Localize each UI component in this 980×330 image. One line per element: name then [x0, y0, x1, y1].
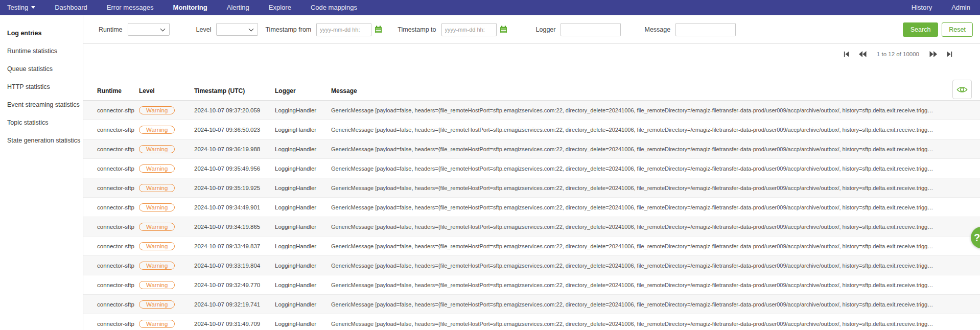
table-row[interactable]: connector-sftp Warning 2024-10-07 09:35:…: [83, 178, 980, 198]
sidebar: Log entries Runtime statistics Queue sta…: [0, 15, 83, 330]
level-badge: Warning: [139, 242, 175, 250]
calendar-icon[interactable]: [375, 26, 382, 33]
table-row[interactable]: connector-sftp Warning 2024-10-07 09:37:…: [83, 101, 980, 120]
runtime-cell: connector-sftp: [97, 321, 139, 327]
table-row[interactable]: connector-sftp Warning 2024-10-07 09:33:…: [83, 237, 980, 256]
timestamp-from-input[interactable]: [316, 23, 371, 36]
level-badge: Warning: [139, 203, 175, 211]
message-cell: GenericMessage [payload=false, headers={…: [331, 243, 980, 249]
level-badge: Warning: [139, 184, 175, 192]
runtime-cell: connector-sftp: [97, 166, 139, 172]
message-cell: GenericMessage [payload=false, headers={…: [331, 301, 980, 308]
message-input[interactable]: [675, 23, 736, 36]
timestamp-to-input[interactable]: [441, 23, 497, 36]
logger-cell: LoggingHandler: [275, 301, 331, 308]
column-header-level: Level: [139, 87, 194, 95]
fast-forward-button[interactable]: [928, 50, 938, 58]
table-row[interactable]: connector-sftp Warning 2024-10-07 09:36:…: [83, 120, 980, 139]
last-page-button[interactable]: [945, 50, 953, 58]
timestamp-cell: 2024-10-07 09:36:50.023: [194, 127, 275, 133]
chevron-down-icon: [160, 27, 165, 32]
message-cell: GenericMessage [payload=false, headers={…: [331, 127, 980, 133]
table-row[interactable]: connector-sftp Warning 2024-10-07 09:34:…: [83, 198, 980, 217]
table-row[interactable]: connector-sftp Warning 2024-10-07 09:34:…: [83, 217, 980, 237]
search-button[interactable]: Search: [903, 22, 939, 37]
sidebar-item-log-entries[interactable]: Log entries: [0, 25, 83, 42]
sidebar-item-http-statistics[interactable]: HTTP statistics: [0, 78, 83, 96]
runtime-label: Runtime: [99, 26, 123, 33]
timestamp-to-group: Timestamp to: [398, 23, 507, 36]
timestamp-cell: 2024-10-07 09:33:19.804: [194, 263, 275, 269]
message-cell: GenericMessage [payload=false, headers={…: [331, 146, 980, 152]
runtime-cell: connector-sftp: [97, 127, 139, 133]
runtime-select[interactable]: [128, 23, 170, 36]
nav-item-code-mappings[interactable]: Code mappings: [301, 0, 367, 15]
nav-item-explore[interactable]: Explore: [259, 0, 301, 15]
main-content: Runtime Level Timestamp from: [83, 15, 980, 330]
calendar-icon[interactable]: [500, 26, 507, 33]
runtime-cell: connector-sftp: [97, 243, 139, 249]
message-cell: GenericMessage [payload=false, headers={…: [331, 224, 980, 230]
logger-cell: LoggingHandler: [275, 185, 331, 191]
nav-item-monitoring[interactable]: Monitoring: [164, 0, 217, 15]
table-row[interactable]: connector-sftp Warning 2024-10-07 09:32:…: [83, 275, 980, 295]
sidebar-item-topic-statistics[interactable]: Topic statistics: [0, 114, 83, 132]
sidebar-item-event-streaming-statistics[interactable]: Event streaming statistics: [0, 96, 83, 114]
logger-cell: LoggingHandler: [275, 224, 331, 230]
level-badge: Warning: [139, 164, 175, 173]
table-row[interactable]: connector-sftp Warning 2024-10-07 09:32:…: [83, 295, 980, 314]
nav-item-alerting[interactable]: Alerting: [217, 0, 259, 15]
level-cell: Warning: [139, 184, 194, 192]
timestamp-cell: 2024-10-07 09:35:49.956: [194, 166, 275, 172]
sidebar-item-state-generation-statistics[interactable]: State generation statistics: [0, 132, 83, 150]
runtime-cell: connector-sftp: [97, 146, 139, 152]
message-cell: GenericMessage [payload=false, headers={…: [331, 166, 980, 172]
logger-cell: LoggingHandler: [275, 282, 331, 288]
level-badge: Warning: [139, 106, 175, 114]
level-badge: Warning: [139, 145, 175, 153]
table-row[interactable]: connector-sftp Warning 2024-10-07 09:36:…: [83, 139, 980, 159]
table-row[interactable]: connector-sftp Warning 2024-10-07 09:35:…: [83, 159, 980, 178]
level-badge: Warning: [139, 300, 175, 309]
runtime-cell: connector-sftp: [97, 107, 139, 113]
nav-item-admin[interactable]: Admin: [942, 0, 980, 15]
level-filter-group: Level: [196, 23, 259, 36]
timestamp-cell: 2024-10-07 09:34:19.865: [194, 224, 275, 230]
nav-item-history[interactable]: History: [902, 0, 942, 15]
logger-label: Logger: [536, 26, 556, 33]
first-page-button[interactable]: [843, 50, 851, 58]
timestamp-cell: 2024-10-07 09:32:19.741: [194, 301, 275, 308]
timestamp-to-label: Timestamp to: [398, 26, 436, 33]
runtime-cell: connector-sftp: [97, 282, 139, 288]
nav-item-testing[interactable]: Testing: [0, 0, 45, 15]
message-label: Message: [644, 26, 670, 33]
runtime-filter-group: Runtime: [99, 23, 170, 36]
sidebar-item-queue-statistics[interactable]: Queue statistics: [0, 60, 83, 78]
sidebar-item-runtime-statistics[interactable]: Runtime statistics: [0, 42, 83, 60]
table-row[interactable]: connector-sftp Warning 2024-10-07 09:33:…: [83, 256, 980, 275]
logger-cell: LoggingHandler: [275, 321, 331, 327]
nav-item-dashboard[interactable]: Dashboard: [45, 0, 97, 15]
logger-cell: LoggingHandler: [275, 146, 331, 152]
table-row[interactable]: connector-sftp Warning 2024-10-07 09:31:…: [83, 314, 980, 330]
level-select[interactable]: [216, 23, 258, 36]
level-cell: Warning: [139, 223, 194, 231]
table-body: connector-sftp Warning 2024-10-07 09:37:…: [83, 101, 980, 330]
level-cell: Warning: [139, 320, 194, 328]
nav-item-label: Testing: [7, 4, 28, 11]
nav-right-group: History Admin: [902, 0, 980, 15]
timestamp-cell: 2024-10-07 09:35:19.925: [194, 185, 275, 191]
nav-item-error-messages[interactable]: Error messages: [97, 0, 164, 15]
level-badge: Warning: [139, 126, 175, 134]
level-badge: Warning: [139, 281, 175, 289]
question-mark-icon: ?: [974, 232, 980, 244]
message-cell: GenericMessage [payload=false, headers={…: [331, 204, 980, 210]
runtime-cell: connector-sftp: [97, 185, 139, 191]
timestamp-cell: 2024-10-07 09:34:49.901: [194, 204, 275, 210]
fast-backward-button[interactable]: [858, 50, 868, 58]
logger-cell: LoggingHandler: [275, 127, 331, 133]
reset-button[interactable]: Reset: [942, 22, 973, 37]
timestamp-cell: 2024-10-07 09:36:19.988: [194, 146, 275, 152]
logger-input[interactable]: [561, 23, 621, 36]
level-label: Level: [196, 26, 212, 33]
